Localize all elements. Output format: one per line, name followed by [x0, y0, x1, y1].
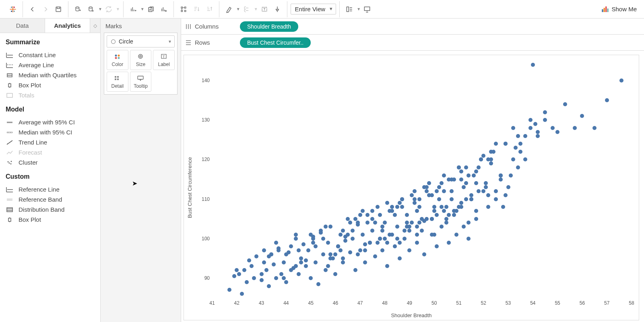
data-point[interactable]: [472, 173, 476, 178]
data-point[interactable]: [442, 189, 446, 193]
data-point[interactable]: [494, 189, 498, 193]
clear-sheet-button[interactable]: [157, 3, 170, 16]
data-point[interactable]: [272, 262, 276, 266]
data-point[interactable]: [279, 272, 283, 276]
data-point[interactable]: [516, 134, 520, 138]
data-point[interactable]: [294, 237, 298, 241]
duplicate-sheet-button[interactable]: [144, 3, 157, 16]
data-point[interactable]: [380, 248, 384, 252]
data-point[interactable]: [573, 126, 577, 130]
analytics-item-distribution-band[interactable]: Distribution Band: [6, 204, 95, 215]
data-point[interactable]: [459, 201, 463, 205]
data-point[interactable]: [481, 189, 485, 193]
analytics-item-median-with-quartiles[interactable]: Median with Quartiles: [6, 70, 95, 80]
data-point[interactable]: [378, 237, 382, 241]
data-point[interactable]: [407, 248, 411, 252]
data-point[interactable]: [326, 241, 330, 245]
data-point[interactable]: [413, 197, 417, 201]
marks-detail[interactable]: Detail: [107, 72, 128, 92]
data-point[interactable]: [551, 126, 555, 130]
data-point[interactable]: [459, 169, 463, 173]
data-point[interactable]: [474, 169, 478, 173]
data-point[interactable]: [450, 197, 454, 201]
data-point[interactable]: [514, 146, 518, 150]
data-point[interactable]: [464, 181, 468, 185]
data-point[interactable]: [341, 229, 345, 233]
marks-color[interactable]: Color: [107, 50, 128, 70]
data-point[interactable]: [284, 252, 288, 256]
sort-desc-button[interactable]: [203, 3, 216, 16]
data-point[interactable]: [494, 197, 498, 201]
data-point[interactable]: [619, 78, 623, 83]
data-point[interactable]: [413, 189, 417, 193]
data-point[interactable]: [489, 161, 493, 165]
analytics-item-reference-band[interactable]: Reference Band: [6, 194, 95, 204]
data-point[interactable]: [533, 122, 537, 126]
data-point[interactable]: [518, 142, 522, 146]
data-point[interactable]: [457, 165, 461, 169]
data-point[interactable]: [511, 126, 515, 130]
data-point[interactable]: [417, 205, 421, 209]
data-point[interactable]: [511, 157, 515, 161]
data-point[interactable]: [464, 165, 468, 169]
data-point[interactable]: [385, 264, 389, 268]
data-point[interactable]: [501, 205, 505, 209]
data-point[interactable]: [440, 225, 444, 229]
new-worksheet-button[interactable]: ▼: [127, 3, 144, 16]
data-point[interactable]: [477, 165, 481, 169]
data-point[interactable]: [536, 134, 540, 138]
marks-size[interactable]: Size: [130, 50, 152, 70]
data-point[interactable]: [289, 244, 293, 248]
data-point[interactable]: [442, 173, 446, 178]
data-point[interactable]: [464, 197, 468, 201]
data-point[interactable]: [358, 213, 362, 217]
data-point[interactable]: [264, 268, 268, 272]
data-point[interactable]: [306, 248, 310, 252]
data-point[interactable]: [368, 241, 372, 245]
data-point[interactable]: [262, 248, 266, 252]
data-point[interactable]: [506, 185, 510, 189]
columns-pill[interactable]: Shoulder Breadth: [240, 21, 298, 32]
data-point[interactable]: [440, 181, 444, 185]
data-point[interactable]: [267, 284, 271, 288]
data-point[interactable]: [395, 205, 399, 209]
data-point[interactable]: [378, 213, 382, 217]
new-datasource-button[interactable]: [72, 3, 85, 16]
tab-sort-icon[interactable]: ◇: [90, 19, 100, 33]
data-point[interactable]: [474, 217, 478, 221]
data-point[interactable]: [353, 268, 357, 272]
data-point[interactable]: [247, 258, 251, 262]
data-point[interactable]: [531, 63, 535, 67]
data-point[interactable]: [274, 276, 278, 280]
data-point[interactable]: [390, 233, 394, 237]
data-point[interactable]: [240, 292, 244, 296]
rows-pill[interactable]: Bust Chest Circumfer..: [240, 37, 311, 48]
data-point[interactable]: [422, 185, 426, 189]
data-point[interactable]: [309, 276, 313, 280]
tab-data[interactable]: Data: [0, 19, 45, 33]
data-point[interactable]: [358, 248, 362, 252]
pin-button[interactable]: [271, 3, 284, 16]
data-point[interactable]: [341, 260, 345, 264]
data-point[interactable]: [407, 225, 411, 229]
data-point[interactable]: [509, 173, 513, 178]
data-point[interactable]: [383, 221, 387, 225]
data-point[interactable]: [447, 241, 451, 245]
data-point[interactable]: [388, 209, 392, 213]
data-point[interactable]: [469, 193, 473, 197]
data-point[interactable]: [410, 221, 414, 225]
data-point[interactable]: [484, 185, 488, 189]
show-cards-button[interactable]: ▼: [343, 3, 361, 16]
data-point[interactable]: [481, 154, 485, 158]
data-point[interactable]: [299, 260, 303, 264]
show-labels-button[interactable]: T: [258, 3, 271, 16]
data-point[interactable]: [380, 225, 384, 229]
data-point[interactable]: [361, 209, 365, 213]
data-point[interactable]: [311, 241, 315, 245]
data-point[interactable]: [370, 217, 374, 221]
data-point[interactable]: [420, 217, 424, 221]
data-point[interactable]: [316, 282, 320, 286]
data-point[interactable]: [491, 150, 495, 154]
data-point[interactable]: [336, 244, 340, 248]
scatter-chart[interactable]: Bust Chest Circumference Shoulder Breadt…: [184, 55, 639, 320]
